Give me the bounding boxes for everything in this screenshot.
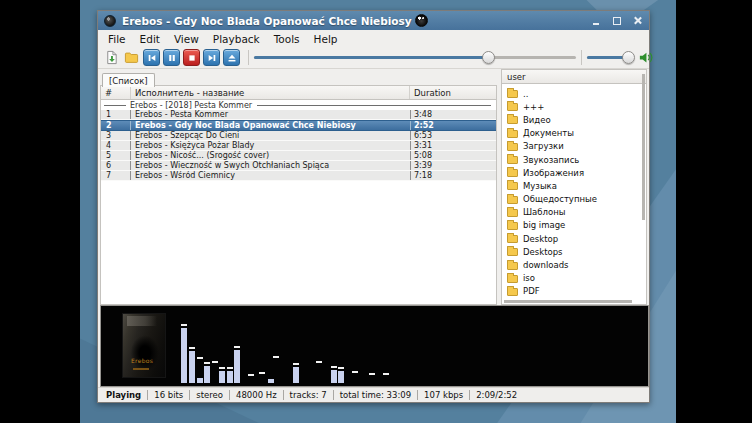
speaker-icon [638, 50, 653, 65]
spectrum-peak [227, 367, 233, 369]
statusbar: Playing16 bitsstereo48000 Hztracks: 7tot… [98, 387, 649, 402]
track-row[interactable]: 7Erebos - Wśród Ciemnicy7:18 [101, 171, 496, 181]
folder-icon [507, 116, 518, 124]
close-button[interactable] [633, 16, 643, 26]
column-header-title[interactable]: Исполнитель - название [131, 86, 410, 99]
previous-button[interactable] [143, 49, 160, 66]
eject-icon [226, 52, 238, 64]
spectrum-visualizer[interactable]: Erebos [100, 305, 649, 387]
group-header-row: Erebos - [2018] Pesta Kommer [101, 100, 496, 110]
folder-icon [507, 262, 518, 270]
spectrum-bar [268, 379, 274, 383]
filebrowser-panel: user ..+++ВидеоДокументыЗагрузкиЗвукозап… [501, 69, 647, 305]
menu-view[interactable]: View [167, 32, 206, 46]
maximize-button[interactable] [612, 16, 622, 26]
track-title: Erebos - Księżyca Pożar Blady [131, 141, 411, 150]
pause-button[interactable] [163, 49, 180, 66]
filebrowser-header[interactable]: user [501, 69, 647, 84]
filebrowser-item[interactable]: big image [502, 219, 646, 232]
folder-icon [507, 222, 518, 230]
filebrowser-list: ..+++ВидеоДокументыЗагрузкиЗвукозаписьИз… [501, 84, 647, 305]
filebrowser-item[interactable]: Шаблоны [502, 206, 646, 219]
spectrum-peak [273, 356, 279, 358]
next-button[interactable] [203, 49, 220, 66]
track-row[interactable]: 6Erebos - Wieczność w Swych Otchłaniach … [101, 161, 496, 171]
spectrum-peak [331, 366, 337, 368]
playlist-panel: [Список] #Исполнитель - названиеDuration… [100, 69, 497, 305]
track-duration: 5:08 [410, 151, 496, 160]
track-row[interactable]: 2Erebos - Gdy Noc Blada Opanować Chce Ni… [101, 120, 496, 131]
track-row[interactable]: 4Erebos - Księżyca Pożar Blady3:31 [101, 141, 496, 151]
spectrum-bar [293, 367, 299, 383]
folder-label: big image [523, 220, 565, 230]
horizontal-scrollbar[interactable] [504, 300, 632, 303]
spectrum-peak [248, 374, 254, 376]
spectrum-peak [181, 324, 187, 326]
vertical-scrollbar[interactable] [642, 74, 645, 220]
filebrowser-item[interactable]: Загрузки [502, 140, 646, 153]
filebrowser-item[interactable]: Музыка [502, 179, 646, 192]
playlist-tab[interactable]: [Список] [102, 73, 155, 87]
track-number: 5 [101, 151, 131, 160]
spectrum-bar [219, 371, 225, 383]
seek-slider[interactable] [254, 49, 576, 66]
stop-button[interactable] [183, 49, 200, 66]
filebrowser-item[interactable]: Видео [502, 113, 646, 126]
spectrum-peak [197, 357, 203, 359]
menu-playback[interactable]: Playback [206, 32, 267, 46]
screen: Erebos - Gdy Noc Blada Opanować Chce Nie… [0, 0, 752, 423]
menu-edit[interactable]: Edit [133, 32, 167, 46]
track-number: 7 [101, 171, 131, 180]
track-row[interactable]: 1Erebos - Pesta Kommer3:48 [101, 110, 496, 120]
track-number: 2 [101, 121, 131, 130]
menu-help[interactable]: Help [307, 32, 345, 46]
pause-icon [166, 52, 178, 64]
folder-icon [507, 156, 518, 164]
add-file-icon [104, 50, 119, 65]
titlebar[interactable]: Erebos - Gdy Noc Blada Opanować Chce Nie… [98, 11, 649, 30]
filebrowser-item[interactable]: .. [502, 87, 646, 100]
folder-label: Desktops [523, 247, 562, 257]
spectrum-bar [181, 328, 187, 383]
filebrowser-item[interactable]: Общедоступные [502, 193, 646, 206]
filebrowser-item[interactable]: Desktop [502, 232, 646, 245]
folder-label: PDF [523, 286, 540, 296]
track-number: 6 [101, 161, 131, 170]
spectrum-peak [259, 372, 265, 374]
volume-handle[interactable] [622, 51, 635, 64]
spectrum-peak [383, 373, 389, 375]
prev-icon [146, 52, 158, 64]
track-title: Erebos - Szepcąc Do Cieni [131, 131, 411, 140]
minimize-button[interactable] [591, 16, 601, 26]
folder-label: Изображения [523, 168, 584, 178]
menu-file[interactable]: File [101, 32, 133, 46]
seek-handle[interactable] [482, 51, 495, 64]
menu-tools[interactable]: Tools [267, 32, 307, 46]
filebrowser-item[interactable]: Документы [502, 127, 646, 140]
spectrum-bar [204, 366, 210, 383]
window-title: Erebos - Gdy Noc Blada Opanować Chce Nie… [122, 15, 412, 27]
filebrowser-item[interactable]: Изображения [502, 166, 646, 179]
folder-icon [507, 143, 518, 151]
column-header-duration[interactable]: Duration [410, 86, 496, 99]
open-folder-button[interactable] [123, 49, 140, 66]
filebrowser-item[interactable]: PDF [502, 285, 646, 298]
toolbar-separator [581, 50, 582, 65]
filebrowser-item[interactable]: downloads [502, 258, 646, 271]
status-segment: 2:09/2:52 [470, 390, 523, 400]
spectrum-peak [212, 361, 218, 363]
track-duration: 3:39 [410, 161, 496, 170]
filebrowser-item[interactable]: iso [502, 272, 646, 285]
filebrowser-item[interactable]: +++ [502, 100, 646, 113]
volume-slider[interactable] [587, 49, 633, 66]
track-title: Erebos - Wieczność w Swych Otchłaniach Ś… [131, 161, 411, 170]
filebrowser-item[interactable]: Desktops [502, 245, 646, 258]
track-row[interactable]: 5Erebos - Nicość... (Srogość cover)5:08 [101, 151, 496, 161]
folder-label: +++ [523, 102, 544, 112]
column-header-num[interactable]: # [101, 86, 131, 99]
add-file-button[interactable] [103, 49, 120, 66]
filebrowser-item[interactable]: Звукозапись [502, 153, 646, 166]
eject-button[interactable] [223, 49, 240, 66]
track-row[interactable]: 3Erebos - Szepcąc Do Cieni6:53 [101, 131, 496, 141]
playlist-tabbar: [Список] [100, 69, 497, 85]
